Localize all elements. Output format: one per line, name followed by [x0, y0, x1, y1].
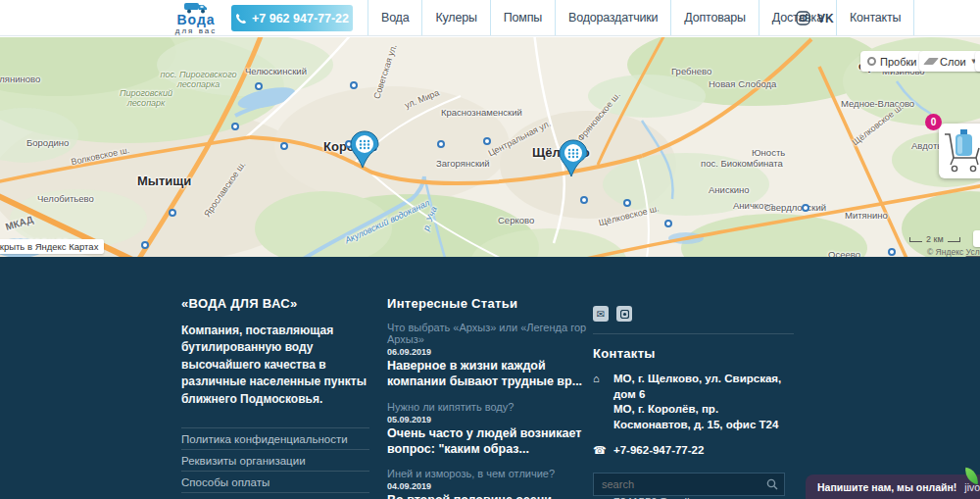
article-item: Нужно ли кипятить воду?05.09.2019Очень ч… — [387, 401, 601, 458]
logo-text-line2: для вас — [163, 27, 229, 35]
traffic-icon — [867, 57, 876, 66]
transit-stop-dot — [280, 142, 288, 150]
map-copyright: © Яндекс Условия использования — [927, 247, 980, 257]
transit-stop-dot — [350, 81, 358, 89]
search-icon[interactable] — [766, 478, 778, 490]
article-item: Иней и изморозь, в чем отличие?04.09.201… — [387, 468, 601, 499]
article-title-link[interactable]: Нужно ли кипятить воду? — [387, 401, 601, 413]
cart-badge: 0 — [925, 114, 942, 130]
address-line-2: МО, г. Королёв, пр. Космонавтов, д. 15, … — [613, 403, 778, 430]
transit-stop-dot — [255, 82, 263, 90]
article-date: 06.09.2019 — [387, 347, 601, 357]
footer-link[interactable]: Способы оплаты — [181, 472, 369, 493]
map-label: Гребнево — [671, 66, 711, 76]
contact-address: ⌂ МО, г. Щелково, ул. Свирская, дом 6 МО… — [593, 372, 794, 432]
transit-stop-dot — [169, 209, 176, 217]
nav-item-4[interactable]: Доптовары — [671, 0, 759, 35]
instagram-icon[interactable] — [796, 11, 810, 25]
article-title-link[interactable]: Иней и изморозь, в чем отличие? — [387, 468, 601, 479]
logo[interactable]: Вода для вас — [163, 1, 229, 35]
articles-list: Что выбрать «Архыз» или «Легенда гор Арх… — [387, 322, 601, 499]
chat-widget[interactable]: Напишите нам, мы онлайн! jivosite — [806, 474, 980, 499]
map-label: Анискино — [709, 184, 750, 195]
map-label: Загорянский — [436, 158, 490, 169]
map-labels: МытищиКоролёвЩёлковоФрязиноГребневоНовая… — [0, 37, 980, 257]
svg-text:VK: VK — [817, 12, 834, 25]
nav-item-0[interactable]: Вода — [368, 0, 422, 35]
logo-text-line1: Вода — [163, 13, 229, 26]
map-label: Фряновское ш. — [575, 90, 622, 143]
nav-item-2[interactable]: Помпы — [491, 0, 556, 35]
traffic-label: Пробки — [880, 56, 916, 68]
map-placemark-korolev[interactable] — [350, 130, 379, 174]
open-in-yandex-link[interactable]: Открыть в Яндекс Картах — [0, 239, 104, 254]
transit-stop-dot — [483, 137, 491, 145]
map-label: Свердловский — [764, 202, 826, 213]
traffic-button[interactable]: Пробки — [860, 51, 923, 72]
transit-stop-dot — [437, 140, 445, 148]
map-label: Челобитьево — [37, 193, 94, 204]
yandex-copyright: © Яндекс — [927, 247, 963, 257]
contact-phone[interactable]: +7-962-947-77-22 — [613, 443, 704, 459]
map-label: Волковское ш. — [71, 145, 130, 167]
measure-button-partial[interactable] — [973, 230, 980, 247]
cart-bottle-icon — [941, 126, 980, 177]
contact-phone-row: ☎+7-962-947-77-22 — [593, 443, 794, 459]
footer-social: ✉ — [593, 306, 794, 322]
header-phone-button[interactable]: +7 962 947-77-22 — [231, 5, 353, 31]
page: Вода для вас +7 962 947-77-22 ВодаКулеры… — [0, 0, 980, 499]
map-label: Акуловский водоканал — [343, 198, 431, 246]
map-label: ул. Мира — [403, 87, 440, 110]
scale-label: 2 км — [926, 234, 944, 244]
divider — [593, 333, 794, 334]
email-icon[interactable]: ✉ — [593, 306, 609, 322]
article-date: 05.09.2019 — [387, 415, 601, 424]
map-label: Митянино — [845, 210, 888, 221]
instagram-icon[interactable] — [616, 306, 632, 322]
header-phone-label: +7 962 947-77-22 — [252, 12, 349, 25]
map-placemark-schelkovo[interactable] — [559, 139, 588, 182]
map-label: пос. Биокомбината — [701, 158, 783, 169]
vk-icon[interactable]: VK — [817, 12, 837, 25]
transit-stop-dot — [664, 220, 672, 227]
cart-widget[interactable] — [939, 124, 980, 178]
map-label: Щёлковское ш. — [598, 204, 661, 228]
nav-item-3[interactable]: Водораздатчики — [556, 0, 671, 35]
scale-line-left — [909, 237, 922, 242]
transit-stop-dot — [623, 199, 631, 207]
phone-icon: ☎ — [593, 443, 606, 458]
map-label: Беляниново — [0, 74, 40, 84]
map-label: Новая Слобода — [709, 78, 776, 89]
layers-button[interactable]: Слои ▼ — [919, 51, 980, 72]
terms-link[interactable]: Условия использования — [966, 247, 980, 257]
nav-item-6[interactable]: Контакты — [837, 0, 914, 35]
article-item: Что выбрать «Архыз» или «Легенда гор Арх… — [387, 322, 601, 390]
footer-link[interactable]: Процесс передачи данных — [181, 493, 369, 499]
search-input[interactable] — [593, 473, 785, 496]
transit-stop-dot — [231, 123, 239, 130]
transit-stop-dot — [888, 248, 896, 256]
article-date: 04.09.2019 — [387, 481, 601, 491]
contact-address-text: МО, г. Щелково, ул. Свирская, дом 6 МО, … — [613, 372, 794, 432]
map-label: Мытищи — [137, 174, 191, 188]
footer-contacts: ✉ Контакты ⌂ МО, г. Щелково, ул. Свирска… — [593, 300, 794, 499]
article-excerpt: Наверное в жизни каждой компании бывают … — [387, 358, 601, 390]
article-title-link[interactable]: Что выбрать «Архыз» или «Легенда гор Арх… — [387, 322, 601, 345]
layers-label: Слои — [940, 56, 966, 68]
article-excerpt: Очень часто у людей возникает вопрос: "к… — [387, 425, 601, 458]
footer-links: Политика конфиденциальностиРеквизиты орг… — [181, 427, 369, 499]
yandex-map[interactable]: МытищиКоролёвЩёлковоФрязиноГребневоНовая… — [0, 37, 980, 257]
footer-about: «ВОДА ДЛЯ ВАС» Компания, поставляющая бу… — [181, 296, 369, 499]
footer-about-title: «ВОДА ДЛЯ ВАС» — [181, 296, 369, 311]
map-label: Серково — [498, 215, 534, 225]
nav-item-1[interactable]: Кулеры — [422, 0, 490, 35]
footer-articles: Интересные Статьи Что выбрать «Архыз» ил… — [387, 296, 601, 499]
scale-line-right — [948, 237, 960, 242]
contacts-title: Контакты — [593, 346, 794, 361]
phone-icon — [235, 13, 247, 25]
ruler-button-partial[interactable] — [975, 51, 980, 72]
footer-link[interactable]: Реквизиты организации — [181, 450, 369, 472]
footer: «ВОДА ДЛЯ ВАС» Компания, поставляющая бу… — [0, 257, 980, 499]
footer-link[interactable]: Политика конфиденциальности — [181, 428, 369, 450]
map-label: Ярославское ш. — [202, 160, 247, 219]
